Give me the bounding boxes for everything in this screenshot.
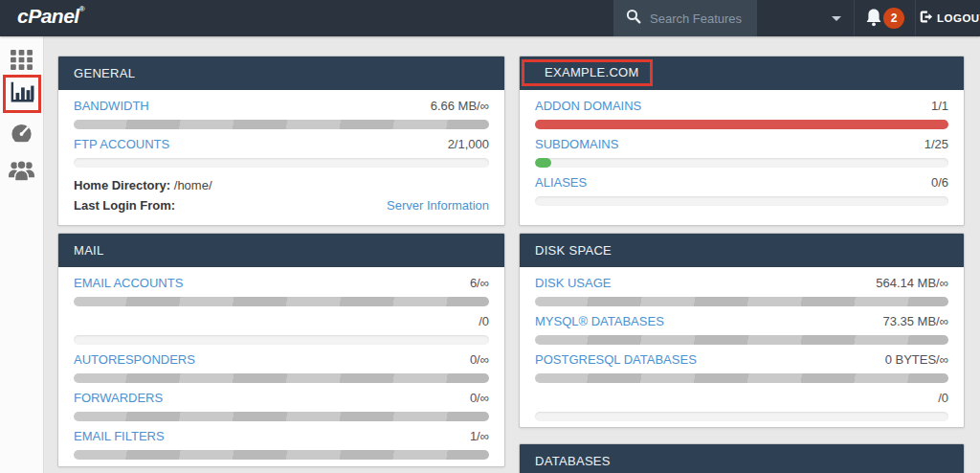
stat-row: MYSQL® DATABASES73.35 MB/∞ (535, 314, 948, 345)
stat-value: /0 (938, 391, 948, 406)
stat-value: 73.35 MB/∞ (882, 314, 948, 329)
statistics-chart-icon (10, 90, 34, 106)
panel-general-title: GENERAL (58, 56, 504, 90)
panel-databases-title: DATABASES (520, 444, 964, 473)
stat-value: 1/25 (924, 137, 948, 152)
panel-mail-title: MAIL (58, 234, 504, 267)
sidebar-item-user-manager[interactable] (0, 158, 43, 186)
account-menu-button[interactable] (757, 0, 853, 36)
logout-button[interactable]: LOGOUT (919, 0, 980, 36)
stat-value: 6.66 MB/∞ (431, 99, 489, 114)
navbar-divider (915, 0, 916, 36)
stat-link[interactable]: EMAIL ACCOUNTS (74, 276, 183, 291)
sidebar-item-statistics[interactable] (10, 80, 34, 107)
notification-count-badge: 2 (883, 8, 904, 29)
performance-gauge-icon (9, 123, 34, 149)
search-icon (626, 9, 641, 28)
general-info: Home Directory: /home/ Last Login From: … (74, 175, 489, 215)
progress-bar (74, 450, 489, 460)
last-login-label: Last Login From: (74, 198, 175, 213)
disk-stats: DISK USAGE564.14 MB/∞MYSQL® DATABASES73.… (535, 276, 948, 421)
home-directory-label: Home Directory: (74, 178, 170, 192)
stat-value: 2/1,000 (448, 137, 489, 152)
stat-link[interactable]: DISK USAGE (535, 276, 611, 291)
sidebar-item-metrics[interactable] (0, 123, 43, 149)
stat-row: /0 (535, 391, 948, 421)
progress-bar-fill (535, 158, 551, 168)
stat-row: /0 (74, 314, 489, 345)
general-stats: BANDWIDTH6.66 MB/∞FTP ACCOUNTS2/1,000 (74, 99, 489, 168)
stat-link[interactable]: MYSQL® DATABASES (535, 314, 664, 329)
progress-bar (535, 335, 948, 345)
stat-row: ADDON DOMAINS1/1 (535, 99, 948, 129)
mail-stats: EMAIL ACCOUNTS6/∞/0AUTORESPONDERS0/∞FORW… (74, 276, 489, 460)
panel-general: GENERAL BANDWIDTH6.66 MB/∞FTP ACCOUNTS2/… (57, 56, 505, 226)
stat-value: 1/∞ (470, 429, 489, 444)
progress-bar (535, 158, 948, 168)
panel-disk-space: DISK SPACE DISK USAGE564.14 MB/∞MYSQL® D… (519, 233, 965, 428)
stat-row: FTP ACCOUNTS2/1,000 (74, 137, 489, 168)
logout-label: LOGOUT (937, 12, 980, 24)
apps-grid-icon (11, 50, 33, 74)
panel-domain-title: EXAMPLE.COM (545, 65, 639, 79)
progress-bar (74, 412, 489, 421)
progress-bar (74, 373, 489, 383)
progress-bar (535, 120, 948, 129)
server-information-link[interactable]: Server Information (387, 195, 489, 215)
stat-link[interactable]: AUTORESPONDERS (74, 352, 195, 368)
progress-bar (74, 297, 489, 306)
notifications-button[interactable]: 2 (858, 0, 913, 36)
last-login-line: Last Login From: Server Information (74, 195, 489, 215)
progress-bar (74, 120, 489, 129)
progress-bar (535, 196, 948, 206)
stat-value: 0/∞ (470, 352, 489, 368)
search-features-box[interactable] (613, 0, 757, 36)
trademark-mark: ® (79, 5, 84, 13)
panel-domain: EXAMPLE.COM ADDON DOMAINS1/1SUBDOMAINS1/… (519, 56, 965, 226)
navbar-divider (854, 0, 855, 36)
stat-row: AUTORESPONDERS0/∞ (74, 352, 489, 383)
stat-value: 0/6 (931, 175, 948, 191)
chevron-down-icon (832, 16, 841, 21)
progress-bar (74, 335, 489, 345)
panel-databases: DATABASES (519, 443, 965, 473)
stat-value: /0 (479, 314, 489, 329)
stat-row: POSTGRESQL DATABASES0 BYTES/∞ (535, 352, 948, 383)
stat-row: ALIASES0/6 (535, 175, 948, 206)
stat-link[interactable]: EMAIL FILTERS (74, 429, 165, 444)
stat-row: SUBDOMAINS1/25 (535, 137, 948, 168)
progress-bar (535, 297, 948, 306)
stat-value: 0/∞ (470, 391, 489, 406)
stat-value: 6/∞ (470, 276, 489, 291)
stat-link[interactable]: FORWARDERS (74, 391, 163, 406)
stat-link[interactable]: SUBDOMAINS (535, 137, 618, 152)
stat-row: DISK USAGE564.14 MB/∞ (535, 276, 948, 306)
home-directory-line: Home Directory: /home/ (74, 175, 489, 195)
stat-link[interactable]: POSTGRESQL DATABASES (535, 352, 697, 368)
stat-value: 564.14 MB/∞ (876, 276, 948, 291)
stat-link[interactable]: FTP ACCOUNTS (74, 137, 169, 152)
sidebar-item-tools[interactable] (0, 50, 43, 74)
user-manager-icon (8, 158, 35, 186)
search-input[interactable] (650, 11, 753, 26)
feature-sidebar (0, 36, 44, 473)
stat-value: 0 BYTES/∞ (885, 352, 948, 368)
stat-link[interactable]: BANDWIDTH (74, 99, 149, 114)
annotation-box-domain: EXAMPLE.COM (522, 59, 653, 86)
stat-row: FORWARDERS0/∞ (74, 391, 489, 421)
stat-row: EMAIL FILTERS1/∞ (74, 429, 489, 460)
stat-link[interactable]: ADDON DOMAINS (535, 99, 641, 114)
domain-stats: ADDON DOMAINS1/1SUBDOMAINS1/25ALIASES0/6 (535, 99, 948, 206)
panel-domain-header: EXAMPLE.COM (520, 56, 964, 90)
stat-value: 1/1 (931, 99, 948, 114)
progress-bar (74, 158, 489, 168)
annotation-box-sidebar-statistics (3, 75, 41, 113)
bell-icon (864, 8, 883, 33)
stat-link[interactable]: ALIASES (535, 175, 587, 191)
home-directory-value: /home/ (174, 178, 212, 192)
top-navbar: cPanel® 2 LOGOUT (0, 0, 980, 36)
stat-row: EMAIL ACCOUNTS6/∞ (74, 276, 489, 306)
progress-bar (535, 412, 948, 421)
stat-row: BANDWIDTH6.66 MB/∞ (74, 99, 489, 129)
panel-mail: MAIL EMAIL ACCOUNTS6/∞/0AUTORESPONDERS0/… (57, 233, 505, 467)
